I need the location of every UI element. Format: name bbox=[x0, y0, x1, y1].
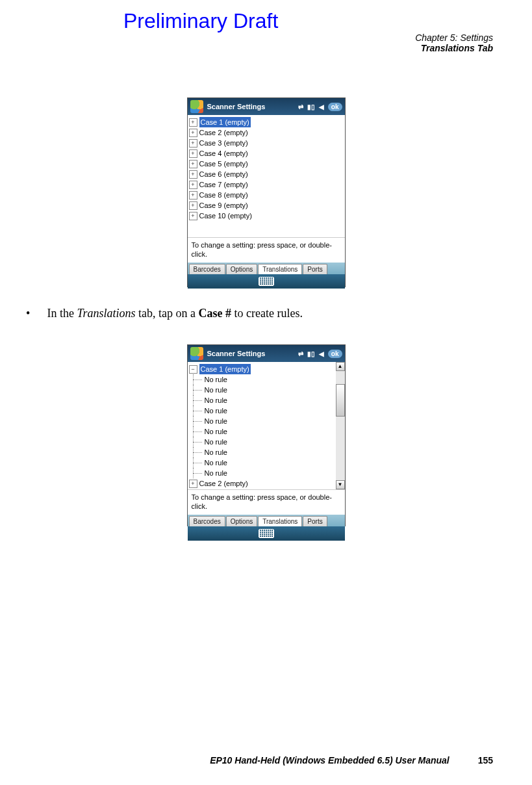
volume-icon: ◀ bbox=[319, 103, 324, 110]
tree-item-case-2[interactable]: +Case 2 (empty) bbox=[189, 127, 344, 138]
titlebar: Scanner Settings ⇄ ▮▯ ◀ ok bbox=[188, 98, 345, 115]
scrollbar[interactable]: ▲ ▼ bbox=[336, 362, 345, 489]
text-italic: Translations bbox=[77, 307, 135, 320]
case-tree-expanded: − Case 1 (empty) No rule No rule No rule… bbox=[188, 362, 345, 489]
rule-item[interactable]: No rule bbox=[189, 405, 335, 416]
scroll-down-icon[interactable]: ▼ bbox=[336, 480, 345, 489]
signal-icon: ▮▯ bbox=[307, 350, 315, 357]
text-post: to create rules. bbox=[231, 307, 303, 320]
text-bold: Case # bbox=[199, 307, 232, 320]
signal-icon: ▮▯ bbox=[307, 103, 315, 110]
rule-item[interactable]: No rule bbox=[189, 437, 335, 447]
rule-item[interactable]: No rule bbox=[189, 468, 335, 478]
keyboard-icon[interactable] bbox=[259, 277, 274, 286]
expand-icon[interactable]: + bbox=[189, 181, 197, 189]
scanner-settings-screenshot-2: Scanner Settings ⇄ ▮▯ ◀ ok − Case 1 (emp… bbox=[187, 344, 346, 526]
chapter-line: Chapter 5: Settings bbox=[415, 32, 493, 43]
tree-item-label: Case 1 (empty) bbox=[199, 364, 251, 374]
text-pre: In the bbox=[47, 307, 77, 320]
tree-item-case-7[interactable]: +Case 7 (empty) bbox=[189, 179, 344, 190]
tree-item-case-9[interactable]: +Case 9 (empty) bbox=[189, 200, 344, 211]
tree-item-label: Case 9 (empty) bbox=[199, 200, 248, 211]
instruction-paragraph: • In the Translations tab, tap on a Case… bbox=[26, 307, 303, 320]
tab-ports[interactable]: Ports bbox=[303, 264, 327, 274]
bullet-icon: • bbox=[26, 307, 44, 320]
rule-item[interactable]: No rule bbox=[189, 426, 335, 437]
title-status-icons: ⇄ ▮▯ ◀ ok bbox=[298, 103, 342, 111]
chapter-header: Chapter 5: Settings Translations Tab bbox=[415, 32, 493, 53]
tab-barcodes[interactable]: Barcodes bbox=[189, 264, 225, 274]
expand-icon[interactable]: + bbox=[189, 212, 197, 220]
hint-text: To change a setting: press space, or dou… bbox=[188, 489, 345, 515]
page-number: 155 bbox=[478, 755, 493, 766]
tree-item-case-1[interactable]: + Case 1 (empty) bbox=[189, 117, 344, 127]
tree-item-label: Case 8 (empty) bbox=[199, 190, 248, 200]
ok-button[interactable]: ok bbox=[328, 103, 342, 111]
scanner-settings-screenshot-1: Scanner Settings ⇄ ▮▯ ◀ ok + Case 1 (emp… bbox=[187, 97, 346, 287]
case-tree: + Case 1 (empty) +Case 2 (empty) +Case 3… bbox=[188, 115, 345, 237]
tree-item-case-1[interactable]: − Case 1 (empty) bbox=[189, 364, 335, 374]
scroll-thumb[interactable] bbox=[336, 384, 345, 417]
rule-item[interactable]: No rule bbox=[189, 374, 335, 385]
keyboard-icon[interactable] bbox=[259, 529, 274, 538]
expand-icon[interactable]: + bbox=[189, 129, 197, 137]
page-footer: EP10 Hand-Held (Windows Embedded 6.5) Us… bbox=[210, 755, 493, 766]
window-title: Scanner Settings bbox=[207, 350, 266, 357]
window-title: Scanner Settings bbox=[207, 103, 266, 110]
tree-item-case-2[interactable]: + Case 2 (empty) bbox=[189, 478, 335, 489]
footer-text: EP10 Hand-Held (Windows Embedded 6.5) Us… bbox=[210, 755, 450, 766]
preliminary-draft-watermark: Preliminary Draft bbox=[123, 9, 278, 33]
tree-item-case-4[interactable]: +Case 4 (empty) bbox=[189, 148, 344, 159]
tree-item-case-8[interactable]: +Case 8 (empty) bbox=[189, 190, 344, 200]
rule-item[interactable]: No rule bbox=[189, 447, 335, 457]
expand-icon[interactable]: + bbox=[189, 480, 197, 488]
tree-item-case-6[interactable]: +Case 6 (empty) bbox=[189, 169, 344, 179]
section-line: Translations Tab bbox=[415, 43, 493, 53]
expand-icon[interactable]: + bbox=[189, 149, 197, 158]
tab-options[interactable]: Options bbox=[226, 516, 257, 526]
tree-item-case-5[interactable]: +Case 5 (empty) bbox=[189, 159, 344, 169]
hint-text: To change a setting: press space, or dou… bbox=[188, 237, 345, 263]
tree-item-label: Case 10 (empty) bbox=[199, 211, 252, 221]
tree-item-label: Case 1 (empty) bbox=[199, 117, 251, 127]
tree-item-case-10[interactable]: +Case 10 (empty) bbox=[189, 211, 344, 221]
rule-item[interactable]: No rule bbox=[189, 395, 335, 405]
collapse-icon[interactable]: − bbox=[189, 365, 197, 374]
titlebar: Scanner Settings ⇄ ▮▯ ◀ ok bbox=[188, 345, 345, 362]
tree-item-label: Case 3 (empty) bbox=[199, 138, 248, 148]
tab-translations[interactable]: Translations bbox=[258, 264, 302, 274]
tab-barcodes[interactable]: Barcodes bbox=[189, 516, 225, 526]
tree-item-case-3[interactable]: +Case 3 (empty) bbox=[189, 138, 344, 148]
expand-icon[interactable]: + bbox=[189, 170, 197, 179]
title-status-icons: ⇄ ▮▯ ◀ ok bbox=[298, 350, 342, 358]
connectivity-icon: ⇄ bbox=[298, 103, 303, 110]
tree-item-label: Case 2 (empty) bbox=[199, 478, 248, 489]
connectivity-icon: ⇄ bbox=[298, 350, 303, 357]
expand-icon[interactable]: + bbox=[189, 139, 197, 148]
scroll-up-icon[interactable]: ▲ bbox=[336, 362, 345, 371]
tabbar: Barcodes Options Translations Ports bbox=[188, 263, 345, 274]
tab-translations[interactable]: Translations bbox=[258, 516, 302, 526]
ok-button[interactable]: ok bbox=[328, 350, 342, 358]
volume-icon: ◀ bbox=[319, 350, 324, 357]
tab-options[interactable]: Options bbox=[226, 264, 257, 274]
text-mid: tab, tap on a bbox=[136, 307, 199, 320]
tab-ports[interactable]: Ports bbox=[303, 516, 327, 526]
windows-start-icon[interactable] bbox=[190, 100, 203, 113]
tree-item-label: Case 4 (empty) bbox=[199, 148, 248, 159]
tree-item-label: Case 5 (empty) bbox=[199, 159, 248, 169]
rule-item[interactable]: No rule bbox=[189, 457, 335, 468]
bottom-bar bbox=[188, 526, 345, 541]
windows-start-icon[interactable] bbox=[190, 347, 203, 360]
expand-icon[interactable]: + bbox=[189, 118, 197, 127]
tree-item-label: Case 6 (empty) bbox=[199, 169, 248, 179]
rule-item[interactable]: No rule bbox=[189, 416, 335, 426]
expand-icon[interactable]: + bbox=[189, 201, 197, 210]
tabbar: Barcodes Options Translations Ports bbox=[188, 515, 345, 526]
expand-icon[interactable]: + bbox=[189, 160, 197, 168]
rule-item[interactable]: No rule bbox=[189, 385, 335, 395]
tree-item-label: Case 2 (empty) bbox=[199, 127, 248, 138]
expand-icon[interactable]: + bbox=[189, 191, 197, 199]
bottom-bar bbox=[188, 274, 345, 289]
tree-item-label: Case 7 (empty) bbox=[199, 179, 248, 190]
